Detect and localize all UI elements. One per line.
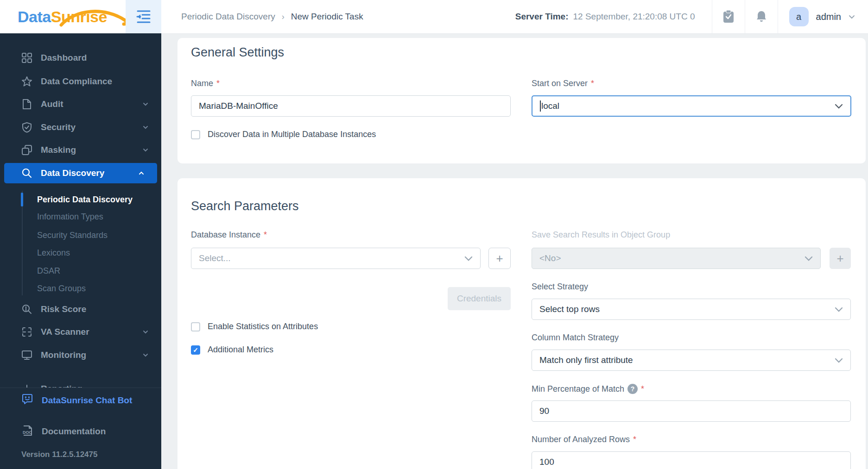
column-match-label: Column Match Strategy [532, 333, 619, 343]
notifications-button[interactable] [745, 0, 778, 33]
min-percentage-input[interactable] [532, 400, 851, 422]
select-strategy-value: Select top rows [539, 304, 600, 314]
required-marker: * [633, 435, 636, 444]
sidebar-item-chat-bot[interactable]: DataSunrise Chat Bot [0, 390, 161, 411]
sidebar-subitem-label: Scan Groups [37, 284, 86, 294]
column-match-select[interactable]: Match only first attribute [532, 350, 851, 371]
header-right: Server Time: 12 September, 21:20:08 UTC … [515, 0, 868, 33]
search-icon [21, 168, 32, 179]
sidebar-item-audit[interactable]: Audit [0, 94, 161, 114]
required-marker: * [641, 384, 644, 394]
sidebar-item-masking[interactable]: Masking [0, 140, 161, 160]
sidebar-item-label: Reporting [41, 384, 82, 388]
server-time-label: Server Time: [515, 12, 569, 22]
sidebar-item-label: DataSunrise Chat Bot [42, 395, 132, 406]
analyzed-rows-input[interactable] [532, 451, 851, 469]
chevron-down-icon [835, 358, 843, 363]
chevron-down-icon [464, 256, 473, 261]
chevron-down-icon [835, 307, 843, 312]
breadcrumb-current: New Periodic Task [291, 12, 363, 22]
sidebar-subitem-dsar[interactable]: DSAR [0, 264, 161, 278]
select-strategy-select[interactable]: Select top rows [532, 299, 851, 320]
checkbox-unchecked[interactable] [191, 130, 200, 139]
server-time-value: 12 September, 21:20:08 UTC 0 [573, 12, 695, 22]
database-instance-label: Database Instance* [191, 230, 267, 240]
app-window: DataSunrise Periodic Data Discovery › Ne… [0, 0, 868, 469]
sidebar-item-data-compliance[interactable]: Data Compliance [0, 71, 161, 92]
sidebar-subitem-periodic-data-discovery[interactable]: Periodic Data Discovery [0, 193, 161, 206]
database-instance-select[interactable]: Select... [191, 248, 481, 269]
select-strategy-label: Select Strategy [532, 282, 588, 292]
tasks-button[interactable] [712, 0, 745, 33]
chevron-up-icon [139, 171, 144, 175]
plus-icon: + [496, 251, 503, 266]
version-label: Version 11.2.5.12475 [21, 450, 97, 459]
sidebar-subitem-security-standards[interactable]: Security Standards [0, 228, 161, 242]
user-menu[interactable]: a admin [778, 7, 868, 26]
doc-icon-text: DOC [23, 430, 32, 435]
document-icon [21, 99, 32, 110]
breadcrumb-parent[interactable]: Periodic Data Discovery [181, 12, 275, 22]
chevron-down-icon [143, 148, 148, 152]
section-title: General Settings [191, 45, 284, 60]
sidebar-subitem-label: Security Standards [37, 231, 108, 240]
add-object-group-button: + [830, 248, 851, 269]
mask-layers-icon [21, 144, 32, 156]
sidebar-item-reporting[interactable]: Reporting [0, 379, 161, 388]
server-time: Server Time: 12 September, 21:20:08 UTC … [515, 12, 712, 22]
chevron-down-icon [835, 104, 843, 109]
collapse-sidebar-button[interactable] [126, 0, 161, 33]
database-instance-placeholder: Select... [199, 253, 231, 263]
sidebar-item-documentation[interactable]: DOC Documentation [0, 421, 161, 442]
column-match-value: Match only first attribute [539, 355, 633, 365]
datasunrise-logo: DataSunrise [18, 6, 107, 27]
additional-metrics-checkbox-row[interactable]: ✓ Additional Metrics [191, 345, 273, 355]
start-on-server-select[interactable]: local [532, 95, 851, 117]
sidebar-subitem-scan-groups[interactable]: Scan Groups [0, 281, 161, 295]
start-on-server-label: Start on Server* [532, 79, 594, 88]
sidebar-subitem-label: Periodic Data Discovery [37, 195, 133, 205]
name-label: Name* [191, 79, 220, 88]
sidebar-subitem-information-types[interactable]: Information Types [0, 210, 161, 224]
sidebar-subitem-lexicons[interactable]: Lexicons [0, 246, 161, 260]
bar-chart-icon [21, 383, 32, 388]
sidebar-item-monitoring[interactable]: Monitoring [0, 345, 161, 365]
sidebar-item-va-scanner[interactable]: VA Scanner [0, 322, 161, 342]
breadcrumb: Periodic Data Discovery › New Periodic T… [161, 12, 363, 22]
sidebar-subitem-label: DSAR [37, 266, 60, 276]
sidebar-item-dashboard[interactable]: Dashboard [0, 48, 161, 68]
checkbox-unchecked[interactable] [191, 322, 200, 331]
avatar: a [789, 7, 809, 26]
general-settings-card: General Settings Name* Start on Server* … [177, 38, 866, 163]
sidebar-item-security[interactable]: Security [0, 117, 161, 138]
sidebar-item-data-discovery[interactable]: Data Discovery [4, 163, 157, 183]
chevron-down-icon [143, 330, 148, 334]
clipboard-check-icon [723, 10, 734, 23]
scanner-frame-icon [21, 326, 32, 338]
save-results-label: Save Search Results in Object Group [532, 230, 670, 240]
multi-instance-checkbox-row[interactable]: Discover Data in Multiple Database Insta… [191, 130, 376, 139]
sidebar-item-risk-score[interactable]: Risk Score [0, 299, 161, 319]
sidebar-item-label: Audit [41, 99, 63, 109]
enable-statistics-checkbox-row[interactable]: Enable Statistics on Attributes [191, 322, 318, 331]
add-database-instance-button[interactable]: + [488, 248, 511, 269]
multi-instance-label: Discover Data in Multiple Database Insta… [208, 130, 376, 139]
name-input[interactable] [191, 95, 511, 117]
required-marker: * [216, 79, 220, 88]
sidebar-nav: Dashboard Data Compliance Audit [0, 33, 161, 388]
credentials-button: Credentials [448, 287, 511, 310]
checkbox-checked[interactable]: ✓ [191, 345, 200, 355]
chat-bot-icon [21, 394, 33, 408]
help-icon[interactable]: ? [627, 384, 638, 394]
enable-statistics-label: Enable Statistics on Attributes [208, 322, 318, 331]
chevron-down-icon [143, 125, 148, 129]
user-name: admin [816, 12, 841, 22]
start-on-server-value: local [541, 101, 559, 111]
sidebar-item-label: Data Discovery [41, 168, 104, 178]
breadcrumb-separator: › [282, 12, 285, 22]
text-cursor [540, 100, 541, 112]
logo-strip: DataSunrise [0, 0, 161, 33]
shield-check-icon [21, 122, 32, 133]
sidebar-item-label: Data Compliance [41, 76, 112, 87]
collapse-sidebar-icon [136, 10, 152, 24]
